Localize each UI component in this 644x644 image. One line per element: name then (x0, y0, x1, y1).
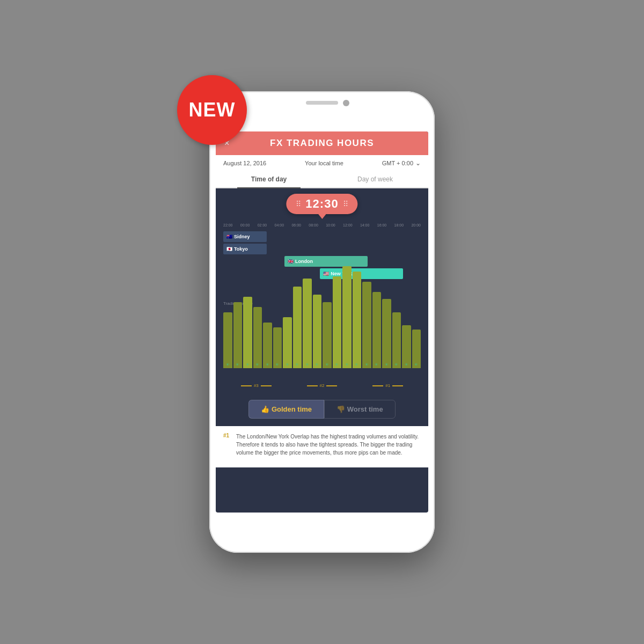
tab-day-of-week[interactable]: Day of week (322, 171, 428, 187)
chart-container: ⠿ 12:30 ⠿ 22:00 00:00 02:00 04:00 06:00 … (216, 188, 428, 392)
session-label-tokyo: 🇯🇵 Tokyo (226, 246, 248, 252)
time-label-2: 02:00 (258, 223, 267, 227)
session-label-london: 🇬🇧 London (288, 259, 313, 264)
phone-speaker (306, 101, 338, 105)
rank-line-1b (392, 385, 403, 386)
info-number-1: #1 (223, 433, 232, 457)
vol-bar-4: 👁 (263, 323, 272, 369)
phone-outer: × FX TRADING HOURS August 12, 2016 Your … (209, 91, 435, 553)
vol-bar-0: 👁 (223, 312, 232, 369)
local-time-label: Your local time (305, 160, 343, 166)
gmt-text: GMT + 0:00 (382, 160, 413, 166)
chevron-down-icon[interactable]: ⌄ (415, 159, 421, 167)
session-bar-sidney: 🇦🇺 Sidney (223, 231, 267, 242)
time-label-11: 20:00 (411, 223, 421, 227)
flag-gb: 🇬🇧 (288, 259, 294, 264)
app-title: FX TRADING HOURS (270, 138, 374, 149)
time-labels: 22:00 00:00 02:00 04:00 06:00 08:00 10:0… (223, 223, 421, 227)
time-slider[interactable]: ⠿ 12:30 ⠿ (286, 194, 357, 219)
time-label-8: 14:00 (360, 223, 370, 227)
tab-row: Time of day Day of week (216, 171, 428, 188)
time-label-10: 18:00 (394, 223, 404, 227)
session-row-tokyo: 🇯🇵 Tokyo (223, 244, 421, 254)
time-label-1: 00:00 (240, 223, 250, 227)
time-display: 12:30 (305, 197, 338, 211)
golden-time-button[interactable]: 👍 Golden time (248, 400, 324, 419)
rank-row: #3 #2 #1 (223, 383, 421, 388)
app-header: × FX TRADING HOURS (216, 131, 428, 155)
vol-bar-10: 👁 (323, 302, 332, 369)
rank-text-1: #1 (385, 383, 390, 388)
rank-line-1 (372, 385, 383, 386)
vol-bar-2: 👁 (243, 297, 252, 368)
date-row: August 12, 2016 Your local time GMT + 0:… (216, 155, 428, 171)
date-text: August 12, 2016 (223, 160, 266, 166)
info-item-1: #1 The London/New York Overlap has the h… (223, 433, 421, 457)
new-badge: NEW (177, 75, 247, 145)
rank-text-3: #3 (254, 383, 259, 388)
time-pill[interactable]: ⠿ 12:30 ⠿ (286, 194, 357, 214)
session-row-sidney: 🇦🇺 Sidney (223, 231, 421, 242)
phone-wrapper: NEW × FX TRADING HOURS August 12, 2016 Y… (209, 91, 435, 553)
time-label-7: 12:00 (343, 223, 353, 227)
vol-bar-8: 👁 (303, 279, 312, 368)
time-label-9: 16:00 (377, 223, 387, 227)
new-badge-label: NEW (189, 99, 236, 121)
drag-handle-left[interactable]: ⠿ (296, 200, 301, 208)
phone-screen: × FX TRADING HOURS August 12, 2016 Your … (216, 131, 428, 513)
rank-line-2 (307, 385, 318, 386)
vol-bar-6: 👁 (283, 317, 292, 368)
rank-line-2b (326, 385, 337, 386)
time-label-5: 08:00 (309, 223, 318, 227)
vol-bar-16: 👁 (382, 299, 391, 368)
session-bar-tokyo: 🇯🇵 Tokyo (223, 244, 267, 254)
time-label-3: 04:00 (275, 223, 284, 227)
flag-au: 🇦🇺 (226, 234, 232, 239)
volume-bars: 👁👁👁👁👁👁👁👁👁👁👁👁👁👁👁👁👁👁👁👁 (223, 266, 421, 368)
rank-text-2: #2 (320, 383, 325, 388)
rank-line-3 (241, 385, 252, 386)
vol-bar-13: 👁 (353, 272, 362, 369)
worst-time-button[interactable]: 👎 Worst time (324, 400, 396, 419)
session-label-sidney: 🇦🇺 Sidney (226, 234, 250, 239)
rank-line-3b (261, 385, 272, 386)
vol-bar-11: 👁 (333, 276, 342, 368)
toggle-row: 👍 Golden time 👎 Worst time (216, 392, 428, 426)
vol-bar-9: 👁 (313, 295, 322, 368)
vol-bar-7: 👁 (293, 287, 302, 368)
info-text-1: The London/New York Overlap has the high… (236, 433, 421, 457)
time-label-4: 06:00 (291, 223, 301, 227)
vol-bar-15: 👁 (372, 292, 382, 369)
gmt-row: GMT + 0:00 ⌄ (382, 159, 421, 167)
time-label-6: 10:00 (326, 223, 335, 227)
vol-bar-18: 👁 (402, 325, 411, 368)
vol-bar-17: 👁 (392, 312, 401, 369)
time-arrow (318, 214, 326, 219)
vol-bar-3: 👁 (253, 307, 262, 368)
rank-item-2: #2 (307, 383, 338, 388)
vol-bar-1: 👁 (233, 302, 243, 369)
vol-bar-5: 👁 (273, 327, 282, 368)
rank-item-3: #3 (241, 383, 272, 388)
drag-handle-right[interactable]: ⠿ (343, 200, 348, 208)
time-label-0: 22:00 (223, 223, 233, 227)
tab-time-of-day[interactable]: Time of day (216, 171, 322, 187)
vol-bar-12: 👁 (342, 266, 352, 368)
session-row-london: 🇬🇧 London (223, 256, 421, 267)
flag-jp: 🇯🇵 (226, 246, 232, 252)
info-section: #1 The London/New York Overlap has the h… (216, 426, 428, 467)
session-bar-london: 🇬🇧 London (284, 256, 368, 267)
vol-bar-19: 👁 (412, 330, 421, 368)
vol-bar-14: 👁 (362, 282, 371, 369)
phone-camera (343, 100, 349, 106)
rank-item-1: #1 (372, 383, 403, 388)
